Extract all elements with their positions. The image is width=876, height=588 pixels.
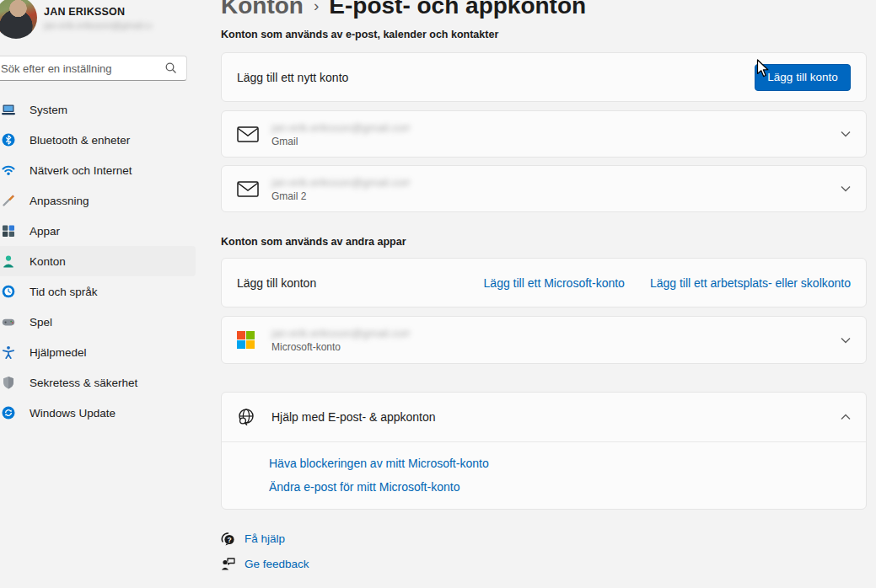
search-icon (164, 61, 178, 75)
account-email-redacted: jan-erik.eriksson@gmail.com (271, 121, 411, 134)
search-input[interactable] (0, 62, 164, 75)
section-mail-accounts-label: Konton som används av e-post, kalender o… (221, 29, 498, 40)
avatar[interactable] (0, 0, 37, 39)
add-other-accounts-card: Lägg till konton Lägg till ett Microsoft… (221, 258, 867, 307)
account-email-redacted: jan-erik.eriksson@gmail.com (271, 176, 411, 189)
svg-text:?: ? (227, 536, 231, 544)
sidebar-item-label: Anpassning (30, 195, 89, 207)
profile-email-redacted: jan-erik.eriksson@gmail.com (44, 20, 152, 30)
account-provider: Gmail (271, 136, 411, 147)
bluetooth-icon (2, 133, 15, 147)
add-microsoft-account-link[interactable]: Lägg till ett Microsoft-konto (484, 276, 625, 290)
update-icon (2, 406, 15, 420)
sidebar-item-label: Sekretess & säkerhet (30, 377, 137, 389)
sidebar-item-system[interactable]: System (0, 94, 196, 125)
sidebar-item-label: Bluetooth & enheter (30, 134, 130, 147)
breadcrumb-separator-icon: › (314, 0, 319, 14)
sidebar-item-network[interactable]: Nätverk och Internet (0, 155, 196, 185)
sidebar-item-bluetooth[interactable]: Bluetooth & enheter (0, 125, 196, 155)
chevron-down-icon[interactable] (841, 131, 851, 137)
help-card-title: Hjälp med E-post- & appkonton (271, 410, 436, 424)
sidebar-item-label: Windows Update (30, 407, 116, 420)
sidebar-item-time-language[interactable]: Tid och språk (0, 276, 196, 307)
sidebar-item-accessibility[interactable]: Hjälpmedel (0, 337, 196, 367)
microsoft-logo-icon (237, 331, 255, 349)
sidebar-item-label: Hjälpmedel (30, 346, 87, 359)
feedback-link[interactable]: Ge feedback (245, 558, 309, 570)
wifi-icon (2, 163, 15, 177)
sidebar-item-accounts[interactable]: Konton (0, 246, 196, 276)
add-new-account-card: Lägg till ett nytt konto Lägg till konto (221, 52, 867, 102)
sidebar: JAN ERIKSSON jan-erik.eriksson@gmail.com… (0, 0, 211, 588)
brush-icon (2, 194, 15, 207)
accounts-icon (2, 254, 15, 268)
sidebar-item-apps[interactable]: Appar (0, 216, 196, 246)
help-links: Häva blockeringen av mitt Microsoft-kont… (222, 442, 866, 509)
add-work-school-account-link[interactable]: Lägg till ett arbetsplats- eller skolkon… (650, 276, 851, 290)
globe-search-icon (237, 408, 255, 426)
page-title: E-post- och appkonton (329, 0, 586, 19)
breadcrumb-parent[interactable]: Konton (221, 0, 304, 19)
apps-icon (2, 224, 15, 238)
gamepad-icon (2, 315, 15, 329)
mail-icon (237, 126, 259, 142)
sidebar-item-label: Appar (30, 225, 60, 238)
get-help-link[interactable]: Få hjälp (245, 532, 285, 545)
get-help-icon: ? (221, 532, 235, 546)
get-help-row[interactable]: ? Få hjälp (221, 532, 285, 546)
unblock-microsoft-account-link[interactable]: Häva blockeringen av mitt Microsoft-kont… (269, 457, 866, 470)
account-card-gmail2[interactable]: jan-erik.eriksson@gmail.com Gmail 2 (221, 165, 867, 212)
sidebar-nav: System Bluetooth & enheter Nätverk och I… (0, 94, 196, 428)
sidebar-item-label: System (30, 104, 67, 116)
account-email-redacted: jan-erik.eriksson@gmail.com (271, 327, 411, 339)
sidebar-item-privacy[interactable]: Sekretess & säkerhet (0, 367, 196, 398)
help-card: Hjälp med E-post- & appkonton Häva block… (221, 392, 867, 510)
add-account-button[interactable]: Lägg till konto (755, 64, 851, 91)
feedback-icon (221, 557, 235, 571)
mail-icon (237, 181, 259, 197)
section-other-accounts-label: Konton som används av andra appar (221, 236, 406, 248)
sidebar-item-gaming[interactable]: Spel (0, 307, 196, 337)
sidebar-item-label: Spel (30, 316, 52, 329)
search-box[interactable] (0, 56, 187, 81)
account-provider: Gmail 2 (271, 190, 411, 202)
account-card-microsoft[interactable]: jan-erik.eriksson@gmail.com Microsoft-ko… (221, 316, 867, 364)
account-provider: Microsoft-konto (271, 341, 411, 353)
sidebar-item-label: Nätverk och Internet (30, 164, 132, 177)
account-card-gmail[interactable]: jan-erik.eriksson@gmail.com Gmail (221, 110, 867, 158)
chevron-down-icon[interactable] (841, 185, 851, 192)
profile-name: JAN ERIKSSON (44, 6, 125, 18)
clock-icon (2, 285, 15, 298)
system-icon (2, 103, 15, 116)
sidebar-item-label: Tid och språk (30, 286, 98, 298)
chevron-up-icon[interactable] (841, 414, 851, 420)
feedback-row[interactable]: Ge feedback (221, 557, 309, 571)
breadcrumb: Konton›E-post- och appkonton (221, 0, 586, 19)
chevron-down-icon[interactable] (841, 337, 851, 344)
sidebar-item-personalization[interactable]: Anpassning (0, 185, 196, 216)
help-card-header[interactable]: Hjälp med E-post- & appkonton (222, 393, 866, 441)
add-other-accounts-label: Lägg till konton (237, 276, 316, 290)
shield-icon (2, 376, 15, 389)
sidebar-item-label: Konton (30, 255, 66, 268)
change-email-microsoft-account-link[interactable]: Ändra e-post för mitt Microsoft-konto (269, 480, 866, 494)
add-new-account-label: Lägg till ett nytt konto (237, 71, 348, 84)
accessibility-icon (2, 345, 15, 359)
sidebar-item-windows-update[interactable]: Windows Update (0, 398, 196, 428)
